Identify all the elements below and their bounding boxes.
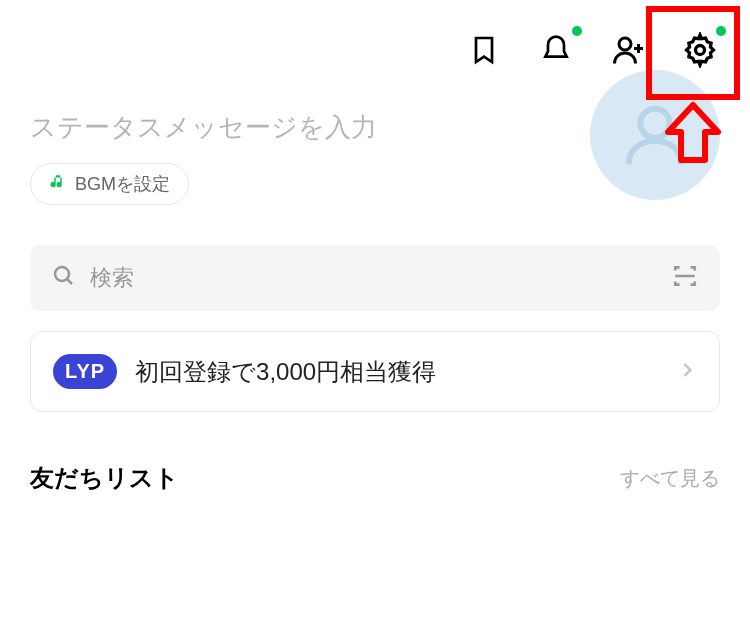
see-all-link[interactable]: すべて見る (620, 465, 720, 492)
notifications-button[interactable] (536, 30, 576, 70)
search-placeholder: 検索 (90, 263, 672, 293)
bookmark-button[interactable] (464, 30, 504, 70)
qr-scan-button[interactable] (672, 263, 698, 293)
bgm-settings-chip[interactable]: BGMを設定 (30, 163, 189, 205)
music-icon (49, 173, 67, 196)
search-bar[interactable]: 検索 (30, 245, 720, 311)
chevron-right-icon (677, 360, 697, 384)
add-friend-icon (610, 32, 646, 68)
search-icon (52, 264, 76, 292)
annotation-arrow-icon (658, 100, 728, 174)
svg-point-0 (619, 38, 631, 50)
lyp-badge: LYP (53, 354, 117, 389)
profile-section: ステータスメッセージを入力 BGMを設定 (0, 80, 750, 215)
promo-text: 初回登録で3,000円相当獲得 (135, 356, 659, 388)
bell-icon (540, 34, 572, 66)
lyp-promo-card[interactable]: LYP 初回登録で3,000円相当獲得 (30, 331, 720, 412)
header-toolbar (0, 0, 750, 80)
bookmark-icon (468, 34, 500, 66)
svg-point-3 (55, 267, 69, 281)
annotation-highlight-box (646, 6, 740, 100)
bgm-label: BGMを設定 (75, 172, 170, 196)
notification-dot-icon (572, 26, 582, 36)
add-friend-button[interactable] (608, 30, 648, 70)
friend-list-title: 友だちリスト (30, 462, 179, 494)
friend-list-header: 友だちリスト すべて見る (30, 462, 720, 494)
